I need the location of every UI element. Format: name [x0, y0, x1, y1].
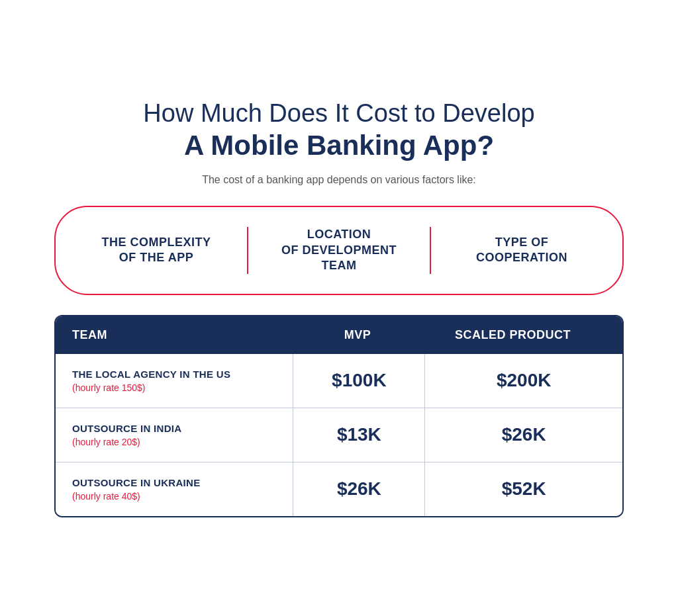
subtitle: The cost of a banking app depends on var…	[143, 174, 534, 186]
row3-team-rate: (hourly rate 40$)	[72, 491, 201, 502]
row2-team-rate: (hourly rate 20$)	[72, 437, 181, 447]
row2-mvp-price: $13K	[337, 424, 381, 445]
table-body: THE LOCAL AGENCY IN THE US (hourly rate …	[56, 354, 622, 516]
row2-scaled-price: $26K	[502, 424, 546, 445]
row1-mvp-cell: $100K	[293, 354, 424, 408]
row2-team-main: OUTSOURCE IN INDIA	[72, 423, 181, 434]
pricing-table: TEAM MVP SCALED PRODUCT THE LOCAL AGENCY…	[54, 315, 624, 517]
row3-mvp-price: $26K	[337, 478, 381, 500]
table-header: TEAM MVP SCALED PRODUCT	[56, 316, 622, 354]
row1-scaled-price: $200K	[497, 370, 552, 391]
row1-team-cell: THE LOCAL AGENCY IN THE US (hourly rate …	[56, 354, 293, 408]
factor-complexity: THE COMPLEXITYOF THE APP	[69, 227, 244, 273]
row2-team-cell: OUTSOURCE IN INDIA (hourly rate 20$)	[56, 408, 293, 462]
table-row: THE LOCAL AGENCY IN THE US (hourly rate …	[56, 354, 622, 408]
factors-box: THE COMPLEXITYOF THE APP LOCATIONOF DEVE…	[54, 206, 624, 294]
title-section: How Much Does It Cost to Develop A Mobil…	[143, 99, 534, 186]
row3-mvp-cell: $26K	[293, 462, 424, 516]
table-row: OUTSOURCE IN INDIA (hourly rate 20$) $13…	[56, 408, 622, 462]
row1-scaled-cell: $200K	[424, 354, 622, 408]
page-container: How Much Does It Cost to Develop A Mobil…	[41, 72, 637, 543]
row2-mvp-cell: $13K	[293, 408, 424, 462]
factor-divider-1	[247, 227, 248, 273]
row1-team-main: THE LOCAL AGENCY IN THE US	[72, 369, 230, 380]
row3-team-main: OUTSOURCE IN UKRAINE	[72, 477, 201, 488]
factor-cooperation: TYPE OFCOOPERATION	[434, 227, 609, 273]
title-line1: How Much Does It Cost to Develop	[143, 99, 534, 129]
row3-scaled-cell: $52K	[424, 462, 622, 516]
row1-mvp-price: $100K	[332, 370, 387, 391]
row3-scaled-price: $52K	[502, 478, 546, 500]
factor-divider-2	[430, 227, 431, 273]
row3-team-name: OUTSOURCE IN UKRAINE (hourly rate 40$)	[72, 477, 201, 502]
header-team: TEAM	[72, 328, 295, 342]
header-mvp: MVP	[295, 328, 419, 342]
header-scaled: SCALED PRODUCT	[420, 328, 606, 342]
row2-scaled-cell: $26K	[424, 408, 622, 462]
row1-team-rate: (hourly rate 150$)	[72, 382, 230, 393]
title-line2: A Mobile Banking App?	[143, 129, 534, 162]
row3-team-cell: OUTSOURCE IN UKRAINE (hourly rate 40$)	[56, 462, 293, 516]
row2-team-name: OUTSOURCE IN INDIA (hourly rate 20$)	[72, 423, 181, 447]
factor-location: LOCATIONOF DEVELOPMENTTEAM	[252, 227, 426, 273]
table-row: OUTSOURCE IN UKRAINE (hourly rate 40$) $…	[56, 462, 622, 516]
row1-team-name: THE LOCAL AGENCY IN THE US (hourly rate …	[72, 369, 230, 393]
